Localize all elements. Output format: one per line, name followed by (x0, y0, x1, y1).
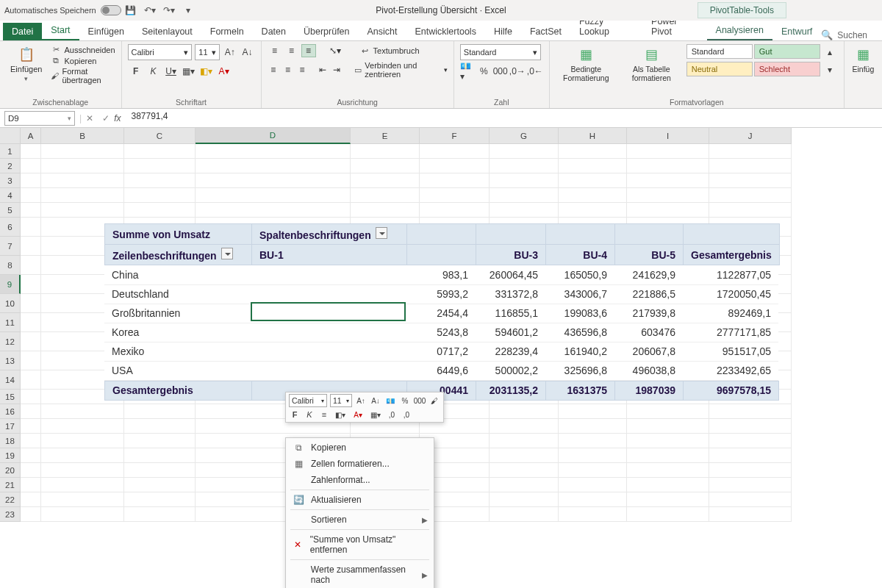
row-header[interactable]: 16 (0, 404, 21, 419)
cell[interactable] (709, 144, 792, 159)
pivot-cell[interactable]: 603476 (614, 323, 683, 342)
cell[interactable] (709, 188, 792, 203)
mini-fontcolor-icon[interactable]: A▾ (351, 409, 365, 420)
cond-format-button[interactable]: ▦Bedingte Formatierung (556, 44, 617, 84)
row-header[interactable]: 13 (0, 351, 21, 370)
cell[interactable] (709, 419, 792, 434)
cell[interactable] (41, 144, 124, 159)
spreadsheet-grid[interactable]: ABCDEFGHIJ 12345678910111213141516171819… (0, 128, 882, 522)
autosave-toggle[interactable]: Automatisches Speichern (4, 5, 121, 15)
cell[interactable] (709, 463, 792, 478)
pivot-cell[interactable]: 206067,8 (614, 342, 683, 361)
cell[interactable] (21, 237, 41, 256)
cell[interactable] (124, 434, 196, 448)
cell[interactable] (490, 144, 559, 159)
row-header[interactable]: 10 (0, 294, 21, 313)
mini-align-icon[interactable]: ≡ (318, 409, 330, 420)
cell[interactable] (559, 492, 627, 507)
cell[interactable] (196, 173, 351, 188)
shrink-font-icon[interactable]: A↓ (240, 44, 255, 60)
cell[interactable] (21, 507, 41, 522)
pivot-cell[interactable]: 221886,5 (614, 284, 683, 304)
row-header[interactable]: 6 (0, 218, 21, 237)
cell[interactable] (709, 492, 792, 507)
tab-analyze[interactable]: Analysieren (707, 21, 772, 40)
grow-font-icon[interactable]: A↑ (223, 44, 237, 60)
row-header[interactable]: 19 (0, 448, 21, 463)
pivottable-tools-tab[interactable]: PivotTable-Tools (698, 2, 786, 18)
style-standard[interactable]: Standard (686, 44, 753, 59)
cell[interactable] (21, 203, 41, 218)
cell[interactable] (627, 144, 709, 159)
pivot-cell[interactable]: 325696,8 (545, 361, 614, 380)
tab-design[interactable]: Entwurf (772, 23, 821, 40)
ctx-remove-field[interactable]: ✕"Summe von Umsatz" entfernen (286, 531, 434, 558)
row-header[interactable]: 5 (0, 203, 21, 218)
column-header[interactable]: A (21, 128, 41, 144)
cell[interactable] (41, 188, 124, 203)
column-header[interactable]: F (420, 128, 490, 144)
confirm-edit-icon[interactable]: ✓ (98, 110, 114, 126)
pivot-cell[interactable]: 5993,2 (406, 284, 476, 304)
style-up-icon[interactable]: ▴ (822, 44, 838, 60)
insert-cells-button[interactable]: ▦Einfüg (850, 44, 876, 75)
align-middle-icon[interactable]: ≡ (284, 44, 299, 57)
row-header[interactable]: 17 (0, 419, 21, 434)
align-left-icon[interactable]: ≡ (268, 63, 280, 76)
cell[interactable] (21, 294, 41, 313)
cell[interactable] (41, 507, 124, 522)
mini-font-select[interactable]: Calibri▾ (289, 394, 327, 407)
row-header[interactable]: 1 (0, 144, 21, 159)
align-top-icon[interactable]: ≡ (268, 44, 282, 57)
mini-size-select[interactable]: 11▾ (330, 394, 352, 407)
cell[interactable] (559, 173, 627, 188)
align-bottom-icon[interactable]: ≡ (301, 44, 316, 57)
name-box[interactable]: D9▾ (4, 111, 75, 126)
pivot-cell[interactable] (251, 342, 406, 361)
pivot-cell[interactable]: 217939,8 (614, 304, 683, 323)
cell[interactable] (490, 188, 559, 203)
mini-fill-icon[interactable]: ◧▾ (333, 409, 348, 420)
cell[interactable] (21, 144, 41, 159)
cell[interactable] (559, 203, 627, 218)
cell[interactable] (420, 203, 490, 218)
pivot-cell[interactable]: 228239,4 (476, 342, 545, 361)
mini-bold-icon[interactable]: F (289, 409, 301, 420)
cell[interactable] (124, 478, 196, 492)
mini-formatpaint-icon[interactable]: 🖌 (429, 395, 440, 406)
cell[interactable] (41, 173, 124, 188)
cell[interactable] (709, 507, 792, 522)
row-header[interactable]: 11 (0, 313, 21, 332)
pivot-table[interactable]: Summe von Umsatz Spaltenbeschriftungen Z… (104, 223, 780, 401)
row-header[interactable]: 20 (0, 463, 21, 478)
cell[interactable] (490, 159, 559, 173)
cell[interactable] (709, 203, 792, 218)
cell[interactable] (351, 173, 420, 188)
cell[interactable] (709, 173, 792, 188)
cell[interactable] (124, 159, 196, 173)
cell[interactable] (627, 188, 709, 203)
cell[interactable] (627, 434, 709, 448)
cut-button[interactable]: ✂Ausschneiden (51, 44, 115, 55)
cell[interactable] (21, 370, 41, 390)
border-button[interactable]: ▦▾ (181, 63, 197, 79)
column-header[interactable]: D (196, 128, 351, 144)
fill-color-button[interactable]: ◧▾ (198, 63, 215, 79)
tab-help[interactable]: Hilfe (485, 23, 521, 40)
row-header[interactable]: 21 (0, 478, 21, 492)
cell[interactable] (559, 507, 627, 522)
tab-insert[interactable]: Einfügen (79, 23, 133, 40)
column-header[interactable]: G (490, 128, 559, 144)
pivot-cell[interactable]: 2233492,65 (683, 361, 778, 380)
pivot-cell[interactable]: 436596,8 (545, 323, 614, 342)
cell[interactable] (351, 203, 420, 218)
cell[interactable] (21, 492, 41, 507)
cell[interactable] (21, 218, 41, 237)
pivot-row-label[interactable]: Korea (104, 323, 251, 342)
percent-icon[interactable]: % (476, 63, 491, 79)
tab-data[interactable]: Daten (253, 23, 295, 40)
pivot-cell[interactable] (251, 323, 406, 342)
cell[interactable] (124, 144, 196, 159)
pivot-cell[interactable]: 983,1 (406, 265, 476, 284)
cell[interactable] (41, 419, 124, 434)
